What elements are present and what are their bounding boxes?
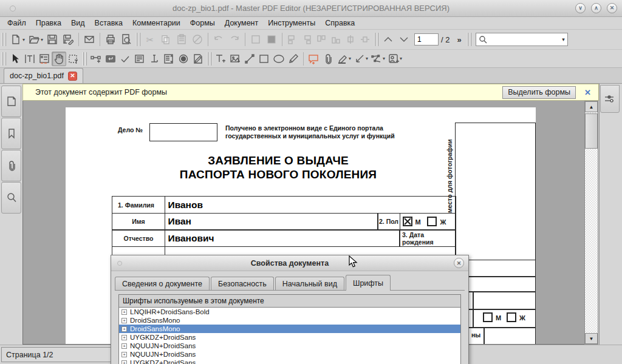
save-button[interactable] xyxy=(44,32,60,47)
fragment-female-checkbox[interactable] xyxy=(507,312,516,322)
close-button[interactable]: ✕ xyxy=(607,3,617,13)
font-tree-item-3[interactable]: +UYGKDZ+DroidSans xyxy=(119,333,460,342)
menu-item-0[interactable]: Файл xyxy=(2,18,31,29)
surname-value-cell[interactable]: Иванов xyxy=(165,196,456,214)
info-bar-close-icon[interactable]: ✕ xyxy=(582,88,593,97)
maximize-button[interactable]: ∧ xyxy=(591,3,601,13)
tree-expander-icon[interactable]: + xyxy=(121,326,127,332)
toolbar-handle[interactable] xyxy=(374,33,378,46)
button-tool-button[interactable] xyxy=(103,52,118,66)
tree-expander-icon[interactable]: + xyxy=(121,335,127,340)
gender-female-checkbox[interactable] xyxy=(427,217,437,226)
toolbar-handle[interactable] xyxy=(2,52,6,66)
font-tree-item-0[interactable]: +LNQIHR+DroidSans-Bold xyxy=(119,308,460,316)
scrollbar-thumb[interactable] xyxy=(585,113,598,149)
checkbox-tool-button[interactable] xyxy=(118,52,132,66)
scroll-down-button[interactable]: ▼ xyxy=(585,333,598,344)
dialog-tab-3[interactable]: Шрифты xyxy=(346,275,391,291)
open-button[interactable] xyxy=(26,32,42,47)
patronymic-value-cell[interactable]: Иванович xyxy=(165,229,400,247)
dialog-close-button[interactable]: ✕ xyxy=(454,258,464,268)
arrow-tool-button[interactable] xyxy=(352,52,367,66)
new-document-dropdown-icon[interactable]: ▾ xyxy=(22,37,25,42)
hand-tool-button[interactable] xyxy=(52,52,66,66)
email-button[interactable] xyxy=(81,32,97,47)
dialog-tab-0[interactable]: Сведения о документе xyxy=(115,277,210,291)
toolbar-handle[interactable] xyxy=(83,52,87,66)
highlight-dropdown-icon[interactable]: ▾ xyxy=(349,56,351,61)
sticky-note-tool-button[interactable] xyxy=(306,52,321,66)
font-tree-item-4[interactable]: +NQUUJN+DroidSans xyxy=(119,342,460,350)
name-value-cell[interactable]: Иван xyxy=(165,213,378,231)
pencil-tool-button[interactable] xyxy=(286,52,301,66)
font-tree-item-5[interactable]: +NQUUJN+DroidSans xyxy=(119,350,460,359)
tree-expander-icon[interactable]: + xyxy=(121,309,127,315)
highlight-forms-button[interactable]: Выделить формы xyxy=(502,86,576,99)
tree-expander-icon[interactable]: + xyxy=(121,343,127,349)
edit-box-tool-button[interactable] xyxy=(147,52,162,66)
menu-item-3[interactable]: Вставка xyxy=(90,18,128,29)
stamp-dropdown-icon[interactable]: ▾ xyxy=(400,56,402,61)
polyline-tool-button[interactable] xyxy=(369,52,384,66)
rectangle-tool-button[interactable] xyxy=(257,52,272,66)
tree-expander-icon[interactable]: + xyxy=(121,352,127,357)
arrow-dropdown-icon[interactable]: ▾ xyxy=(366,56,368,61)
previous-page-button[interactable] xyxy=(380,32,396,47)
case-number-field[interactable] xyxy=(149,123,217,141)
menu-item-7[interactable]: Инструменты xyxy=(263,18,320,29)
add-text-button[interactable] xyxy=(213,52,228,66)
edit-forms-tool-button[interactable] xyxy=(37,52,52,66)
menu-item-6[interactable]: Документ xyxy=(220,18,263,29)
radio-button-tool-button[interactable] xyxy=(176,52,191,66)
menu-item-5[interactable]: Формы xyxy=(185,18,220,29)
toolbar-handle[interactable] xyxy=(467,33,471,46)
toolbar-handle[interactable] xyxy=(207,52,211,66)
select-objects-tool-button[interactable] xyxy=(66,52,81,66)
dialog-tab-1[interactable]: Безопасность xyxy=(211,277,274,291)
print-preview-button[interactable] xyxy=(118,32,134,47)
fragment-male-checkbox[interactable] xyxy=(483,312,493,322)
vertical-scrollbar[interactable]: ▲ ▼ xyxy=(584,101,598,345)
document-tab[interactable]: doc-zp_bio1.pdf ✕ xyxy=(4,68,83,83)
font-tree-item-2[interactable]: +DroidSansMono xyxy=(119,325,460,333)
stamp-tool-button[interactable] xyxy=(386,52,401,66)
bookmarks-panel-button[interactable] xyxy=(1,118,21,149)
page-number-input[interactable] xyxy=(414,33,439,46)
minimize-button[interactable]: ∨ xyxy=(575,3,586,13)
toolbar-overflow-button[interactable]: » xyxy=(457,35,462,44)
select-tool-button[interactable] xyxy=(8,52,22,66)
print-button[interactable] xyxy=(103,32,118,47)
ellipse-tool-button[interactable] xyxy=(272,52,286,66)
menu-item-4[interactable]: Комментарии xyxy=(128,18,185,29)
signature-tool-button[interactable] xyxy=(191,52,205,66)
attachments-panel-button[interactable] xyxy=(1,150,21,181)
scroll-up-button[interactable]: ▲ xyxy=(585,101,598,112)
tab-close-button[interactable]: ✕ xyxy=(68,72,77,81)
menu-item-2[interactable]: Вид xyxy=(66,18,90,29)
search-dropdown-icon[interactable]: ▾ xyxy=(562,36,565,42)
toolbar-handle[interactable] xyxy=(136,33,140,46)
search-panel-button[interactable] xyxy=(1,182,21,214)
properties-panel-button[interactable] xyxy=(600,85,620,113)
line-tool-button[interactable] xyxy=(242,52,257,66)
font-tree-item-6[interactable]: +UYGKDZ+DroidSans xyxy=(119,359,460,364)
tree-expander-icon[interactable]: + xyxy=(121,318,127,323)
dialog-title-bar[interactable]: Свойства документа ✕ xyxy=(111,255,468,271)
list-box-tool-button[interactable] xyxy=(162,52,176,66)
menu-item-1[interactable]: Правка xyxy=(31,18,66,29)
text-field-tool-button[interactable] xyxy=(132,52,147,66)
tree-expander-icon[interactable]: + xyxy=(121,360,127,364)
window-menu-icon[interactable] xyxy=(10,5,16,12)
save-as-button[interactable] xyxy=(60,32,76,47)
search-box[interactable]: ▾ xyxy=(476,33,568,46)
thumbnails-panel-button[interactable] xyxy=(1,86,21,117)
search-input[interactable] xyxy=(488,35,562,44)
open-dropdown-icon[interactable]: ▾ xyxy=(41,37,43,42)
edit-text-tool-button[interactable] xyxy=(22,52,37,66)
gender-male-checkbox[interactable] xyxy=(403,217,412,226)
toolbar-handle[interactable] xyxy=(2,33,6,46)
menu-item-8[interactable]: Справка xyxy=(320,18,360,29)
highlight-tool-button[interactable] xyxy=(335,52,350,66)
link-tool-button[interactable] xyxy=(89,52,103,66)
attach-file-tool-button[interactable] xyxy=(321,52,335,66)
